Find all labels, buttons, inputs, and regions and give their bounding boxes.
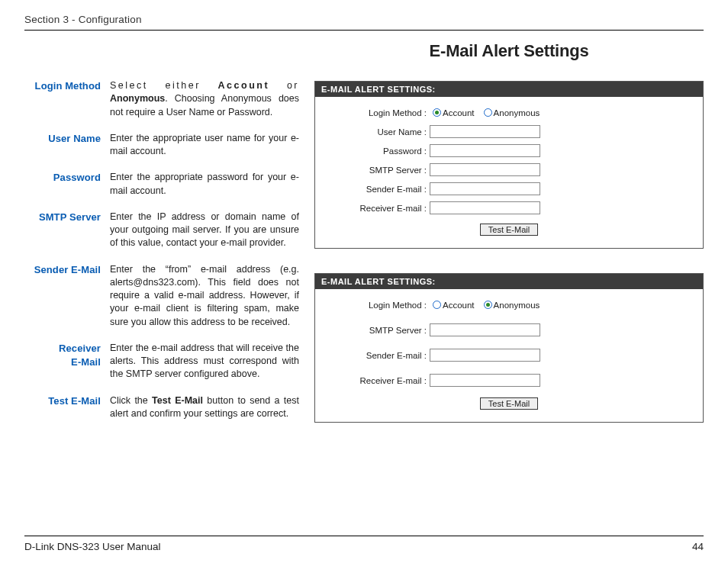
def-text-login: Select either Account or Anonymous. Choo… — [110, 79, 299, 119]
p1-label-pass: Password : — [326, 146, 430, 156]
p2-test-button[interactable]: Test E-Mail — [480, 397, 538, 410]
def-label-sender: Sender E-Mail — [24, 263, 110, 329]
p1-radio-account-label: Account — [443, 108, 475, 117]
p1-input-sender[interactable] — [430, 182, 540, 195]
def-label-receiver: ReceiverE-Mail — [24, 342, 110, 381]
p2-input-receiver[interactable] — [430, 374, 540, 387]
p1-label-receiver: Receiver E-mail : — [326, 204, 430, 213]
p2-radio-account[interactable] — [433, 301, 441, 309]
p1-radio-anonymous[interactable] — [484, 108, 492, 117]
p1-input-pass[interactable] — [430, 144, 540, 157]
section-header: Section 3 - Configuration — [24, 14, 704, 31]
p1-radio-account[interactable] — [433, 108, 441, 117]
def-label-user: User Name — [24, 132, 110, 159]
p1-label-smtp: SMTP Server : — [326, 166, 430, 175]
panel2-header: E-MAIL ALERT SETTINGS: — [315, 274, 703, 289]
panel-email-alert-account: E-MAIL ALERT SETTINGS: Login Method : Ac… — [314, 81, 704, 249]
p1-test-button[interactable]: Test E-Mail — [480, 224, 538, 236]
def-text-receiver: Enter the e-mail address that will recei… — [110, 342, 299, 381]
p2-label-smtp: SMTP Server : — [326, 326, 430, 335]
page-title: E-Mail Alert Settings — [314, 41, 704, 61]
def-label-smtp: SMTP Server — [24, 211, 110, 250]
p1-input-smtp[interactable] — [430, 163, 540, 176]
definitions-column: Login Method Select either Account or An… — [24, 34, 299, 447]
p1-input-user[interactable] — [430, 125, 540, 138]
p2-radio-anonymous[interactable] — [484, 301, 492, 309]
def-text-pass: Enter the appropriate password for your … — [110, 171, 299, 198]
p2-radio-account-label: Account — [443, 301, 475, 310]
p2-label-login: Login Method : — [326, 301, 430, 310]
footer-page-number: 44 — [692, 541, 704, 552]
p1-input-receiver[interactable] — [430, 201, 540, 214]
p2-label-sender: Sender E-mail : — [326, 351, 430, 360]
p1-radio-anonymous-label: Anonymous — [494, 108, 540, 117]
p2-input-sender[interactable] — [430, 349, 540, 362]
panel-email-alert-anonymous: E-MAIL ALERT SETTINGS: Login Method : Ac… — [314, 273, 704, 423]
def-label-pass: Password — [24, 171, 110, 198]
p1-label-sender: Sender E-mail : — [326, 185, 430, 194]
def-text-test: Click the Test E-Mail button to send a t… — [110, 394, 299, 421]
def-text-sender: Enter the “from” e-mail address (e.g. al… — [110, 263, 299, 329]
p2-label-receiver: Receiver E-mail : — [326, 376, 430, 385]
p1-label-login: Login Method : — [326, 108, 430, 117]
def-text-smtp: Enter the IP address or domain name of y… — [110, 211, 299, 250]
p2-radio-anonymous-label: Anonymous — [494, 301, 540, 310]
p2-input-smtp[interactable] — [430, 323, 540, 336]
footer-manual: D-Link DNS-323 User Manual — [24, 541, 161, 552]
panel1-header: E-MAIL ALERT SETTINGS: — [315, 82, 703, 97]
p1-label-user: User Name : — [326, 127, 430, 137]
def-text-user: Enter the appropriate user name for your… — [110, 132, 299, 159]
def-label-test: Test E-Mail — [24, 394, 110, 421]
def-label-login: Login Method — [24, 79, 110, 119]
